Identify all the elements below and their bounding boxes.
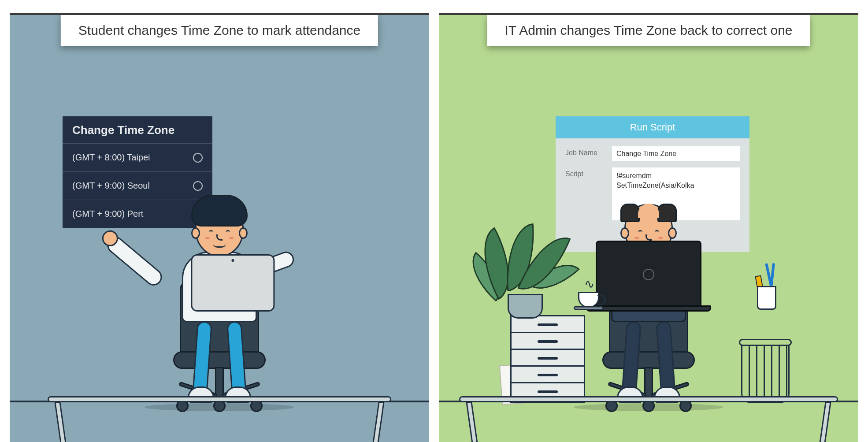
timezone-option[interactable]: (GMT + 8:00) Taipei: [63, 143, 212, 171]
timezone-option-label: (GMT + 9:00) Seoul: [72, 181, 150, 191]
caption-admin: IT Admin changes Time Zone back to corre…: [487, 15, 810, 46]
pen-illustration: [770, 263, 775, 288]
script-label: Script: [565, 167, 605, 178]
timezone-dialog-title: Change Time Zone: [63, 116, 212, 143]
timezone-option[interactable]: (GMT + 9:00) Seoul: [63, 171, 212, 200]
job-name-input[interactable]: Change Time Zone: [612, 146, 740, 161]
desk-illustration: [48, 396, 391, 402]
laptop-illustration: [596, 241, 701, 312]
radio-icon: [193, 153, 203, 163]
timezone-option[interactable]: (GMT + 9:00) Pert: [63, 200, 212, 228]
panel-student: Student changes Time Zone to mark attend…: [10, 13, 429, 442]
caption-student: Student changes Time Zone to mark attend…: [61, 15, 378, 46]
bin-illustration: [741, 342, 790, 403]
coffee-cup-illustration: ∿: [578, 292, 599, 310]
drawers-illustration: [510, 315, 585, 403]
timezone-dialog: Change Time Zone (GMT + 8:00) Taipei (GM…: [63, 116, 212, 228]
tablet-illustration: [191, 254, 274, 312]
radio-icon: [193, 181, 203, 191]
scene-admin: Run Script Job Name Change Time Zone Scr…: [439, 15, 858, 442]
plant-illustration: [472, 222, 569, 319]
timezone-option-label: (GMT + 9:00) Pert: [72, 209, 193, 219]
timezone-option-label: (GMT + 8:00) Taipei: [72, 152, 150, 163]
panel-admin: IT Admin changes Time Zone back to corre…: [439, 13, 858, 442]
desk-illustration: [459, 396, 838, 402]
job-name-label: Job Name: [565, 146, 605, 157]
scene-student: Change Time Zone (GMT + 8:00) Taipei (GM…: [10, 15, 429, 442]
run-script-header: Run Script: [556, 116, 749, 138]
pencil-cup-illustration: [757, 286, 776, 310]
